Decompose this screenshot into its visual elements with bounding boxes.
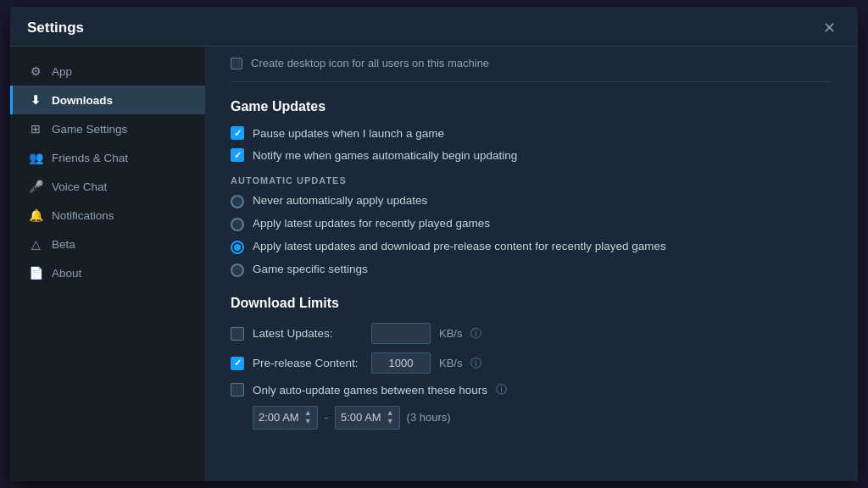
latest-updates-row: Latest Updates: KB/s ⓘ [231,323,832,344]
notify-updates-label: Notify me when games automatically begin… [253,149,517,162]
radio-latest[interactable] [231,218,244,231]
gear-icon: ⚙ [28,64,43,78]
notify-updates-row: Notify me when games automatically begin… [231,148,832,162]
sidebar-item-voice-chat[interactable]: 🎤 Voice Chat [10,172,205,201]
prerelease-input[interactable] [371,352,431,374]
radio-prerelease-row: Apply latest updates and download pre-re… [231,240,832,254]
time-range-row: 2:00 AM ▲ ▼ - 5:00 AM ▲ ▼ ( [253,406,832,430]
radio-never[interactable] [231,195,244,208]
download-limits-title: Download Limits [231,296,832,311]
sidebar-item-beta[interactable]: △ Beta [10,230,205,258]
radio-game-specific-label: Game specific settings [253,263,368,275]
modal-body: ⚙ App ⬇ Downloads ⊞ Game Settings 👥 Frie… [10,47,858,481]
prerelease-label: Pre-release Content: [253,357,363,369]
hours-info-icon[interactable]: ⓘ [496,382,507,397]
latest-updates-unit: KB/s [439,327,462,340]
radio-never-label: Never automatically apply updates [253,194,427,207]
radio-latest-row: Apply latest updates for recently played… [231,217,832,231]
sidebar-item-notifications[interactable]: 🔔 Notifications [10,201,205,230]
latest-updates-input[interactable] [371,323,431,344]
document-icon: 📄 [28,266,43,280]
sidebar-item-label: Friends & Chat [52,152,128,164]
friends-icon: 👥 [28,151,43,164]
sidebar-item-label: Game Settings [52,123,127,136]
time-to-stepper: ▲ ▼ [387,409,394,426]
prerelease-checkbox[interactable] [231,357,244,370]
radio-latest-label: Apply latest updates for recently played… [253,217,490,230]
time-to-down[interactable]: ▼ [387,418,394,426]
hours-checkbox[interactable] [231,383,244,396]
radio-prerelease-label: Apply latest updates and download pre-re… [253,240,666,252]
radio-prerelease[interactable] [231,241,244,254]
pause-updates-row: Pause updates when I launch a game [231,126,832,140]
partial-checkbox[interactable] [231,58,242,69]
download-icon: ⬇ [28,93,43,107]
sidebar-item-label: Notifications [52,209,114,222]
latest-updates-checkbox[interactable] [231,327,244,341]
latest-updates-label: Latest Updates: [253,327,363,340]
sidebar: ⚙ App ⬇ Downloads ⊞ Game Settings 👥 Frie… [10,47,205,481]
content-area: Create desktop icon for all users on thi… [205,47,858,481]
partial-item-text: Create desktop icon for all users on thi… [251,57,489,69]
partial-item-row: Create desktop icon for all users on thi… [231,47,832,82]
game-updates-title: Game Updates [231,99,832,114]
prerelease-content-row: Pre-release Content: KB/s ⓘ [231,352,832,374]
time-dash: - [325,411,328,424]
sidebar-item-label: Voice Chat [52,180,107,193]
settings-modal: Settings ✕ ⚙ App ⬇ Downloads ⊞ Game Sett… [10,7,858,481]
microphone-icon: 🎤 [28,180,43,193]
latest-updates-info-icon[interactable]: ⓘ [470,326,481,341]
bell-icon: 🔔 [28,208,43,222]
hours-row: Only auto-update games between these hou… [231,382,832,397]
radio-never-row: Never automatically apply updates [231,194,832,208]
hours-note: (3 hours) [407,411,451,424]
time-from-value: 2:00 AM [259,411,299,424]
prerelease-unit: KB/s [439,357,462,369]
close-button[interactable]: ✕ [818,19,841,37]
sidebar-item-label: Downloads [52,94,113,107]
radio-game-specific-row: Game specific settings [231,263,832,277]
hours-label: Only auto-update games between these hou… [253,384,487,396]
gamepad-icon: ⊞ [28,122,43,136]
sidebar-item-label: Beta [52,238,75,251]
sidebar-item-friends-chat[interactable]: 👥 Friends & Chat [10,143,205,172]
sidebar-item-game-settings[interactable]: ⊞ Game Settings [10,114,205,143]
sidebar-item-downloads[interactable]: ⬇ Downloads [10,86,205,114]
pause-updates-label: Pause updates when I launch a game [253,127,444,140]
download-limits-section: Download Limits Latest Updates: KB/s ⓘ P… [231,296,832,430]
prerelease-info-icon[interactable]: ⓘ [470,356,481,371]
auto-updates-label: AUTOMATIC UPDATES [231,175,832,186]
modal-header: Settings ✕ [10,7,858,47]
sidebar-item-about[interactable]: 📄 About [10,258,205,287]
notify-updates-checkbox[interactable] [231,148,244,162]
time-to-field[interactable]: 5:00 AM ▲ ▼ [335,406,400,430]
pause-updates-checkbox[interactable] [231,126,244,140]
time-to-value: 5:00 AM [341,411,381,424]
time-from-field[interactable]: 2:00 AM ▲ ▼ [253,406,318,430]
sidebar-item-label: App [52,65,72,78]
sidebar-item-app[interactable]: ⚙ App [10,57,205,86]
time-from-down[interactable]: ▼ [304,418,312,426]
modal-title: Settings [27,19,84,36]
beta-icon: △ [28,237,43,251]
time-from-stepper: ▲ ▼ [304,409,312,426]
sidebar-item-label: About [52,267,81,280]
radio-game-specific[interactable] [231,263,244,277]
